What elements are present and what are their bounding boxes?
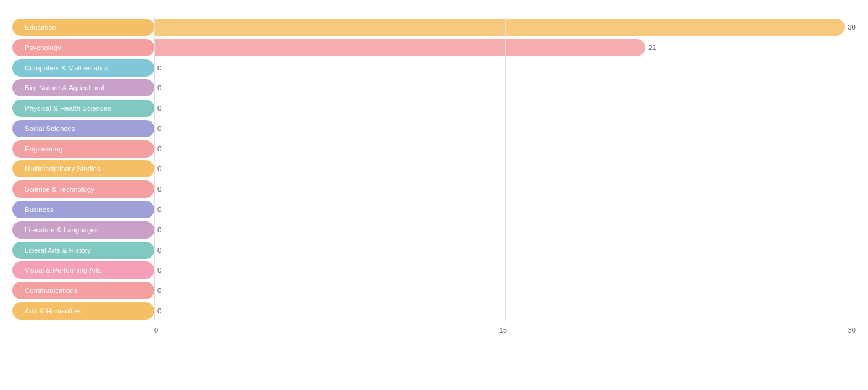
bar-row: Liberal Arts & History 0 (12, 240, 856, 260)
grid-line-2 (856, 17, 856, 321)
bar-value-12: 0 (157, 266, 161, 274)
bar-value-2: 0 (157, 64, 161, 72)
bar-fill-container-9: 0 (154, 201, 856, 218)
chart-container: Education 30 Psychology 21 Computers & M… (0, 0, 868, 390)
bar-row: Multidisciplinary Studies 0 (12, 159, 856, 179)
bar-label-1: Psychology (12, 39, 154, 56)
chart-area: Education 30 Psychology 21 Computers & M… (12, 17, 856, 339)
bar-value-13: 0 (157, 287, 161, 294)
bar-value-4: 0 (157, 104, 161, 112)
bar-label-13: Communications (12, 282, 154, 299)
bar-row: Arts & Humanities 0 (12, 301, 856, 321)
bar-row: Bio, Nature & Agricultural 0 (12, 78, 856, 98)
bar-label-8: Science & Technology (12, 180, 154, 198)
bar-fill-container-10: 0 (154, 221, 856, 239)
bar-label-10: Literature & Languages (12, 221, 154, 239)
bar-label-2: Computers & Mathematics (12, 59, 154, 77)
bar-label-5: Social Sciences (12, 120, 154, 137)
bar-row: Engineering 0 (12, 139, 856, 159)
bar-fill-container-3: 0 (154, 79, 856, 96)
bar-label-12: Visual & Performing Arts (12, 261, 154, 279)
bar-fill-container-6: 0 (154, 140, 856, 158)
bar-label-6: Engineering (12, 140, 154, 158)
bar-fill-container-13: 0 (154, 282, 856, 299)
bar-label-0: Education (12, 19, 154, 36)
x-axis: 01530 (154, 321, 856, 339)
bar-value-7: 0 (157, 165, 161, 172)
bar-value-9: 0 (157, 206, 161, 213)
bar-row: Literature & Languages 0 (12, 220, 856, 240)
bar-fill-container-7: 0 (154, 160, 856, 177)
bar-row: Psychology 21 (12, 38, 856, 57)
bar-fill-container-2: 0 (154, 59, 856, 77)
bar-value-1: 21 (648, 44, 656, 51)
bar-fill-container-8: 0 (154, 180, 856, 198)
bar-fill-container-1: 21 (154, 39, 856, 56)
bars-section: Education 30 Psychology 21 Computers & M… (12, 17, 856, 321)
bar-value-6: 0 (157, 145, 161, 153)
bar-row: Computers & Mathematics 0 (12, 58, 856, 78)
bar-row: Communications 0 (12, 281, 856, 300)
bar-value-0: 30 (848, 23, 856, 31)
bar-fill-container-4: 0 (154, 100, 856, 117)
bar-fill-0 (154, 19, 845, 36)
bar-value-11: 0 (157, 247, 161, 254)
bar-label-11: Liberal Arts & History (12, 242, 154, 259)
bar-value-10: 0 (157, 226, 161, 234)
x-label-1: 15 (499, 326, 507, 334)
bar-fill-container-11: 0 (154, 242, 856, 259)
bar-label-3: Bio, Nature & Agricultural (12, 79, 154, 96)
bar-row: Science & Technology 0 (12, 179, 856, 199)
x-label-2: 30 (848, 326, 856, 334)
bar-row: Social Sciences 0 (12, 119, 856, 138)
bar-label-9: Business (12, 201, 154, 218)
x-label-0: 0 (154, 326, 158, 334)
bar-fill-container-5: 0 (154, 120, 856, 137)
bar-fill-container-0: 30 (154, 19, 856, 36)
bar-row: Education 30 (12, 17, 856, 37)
bar-row: Business 0 (12, 200, 856, 219)
bar-fill-1 (154, 39, 645, 56)
bar-row: Physical & Health Sciences 0 (12, 98, 856, 118)
bar-label-7: Multidisciplinary Studies (12, 160, 154, 177)
bar-fill-container-14: 0 (154, 302, 856, 320)
bar-fill-container-12: 0 (154, 261, 856, 279)
bar-label-14: Arts & Humanities (12, 302, 154, 320)
bar-row: Visual & Performing Arts 0 (12, 260, 856, 280)
bar-value-14: 0 (157, 307, 161, 315)
bar-label-4: Physical & Health Sciences (12, 100, 154, 117)
bar-value-3: 0 (157, 84, 161, 91)
bar-value-5: 0 (157, 125, 161, 132)
bar-value-8: 0 (157, 185, 161, 193)
